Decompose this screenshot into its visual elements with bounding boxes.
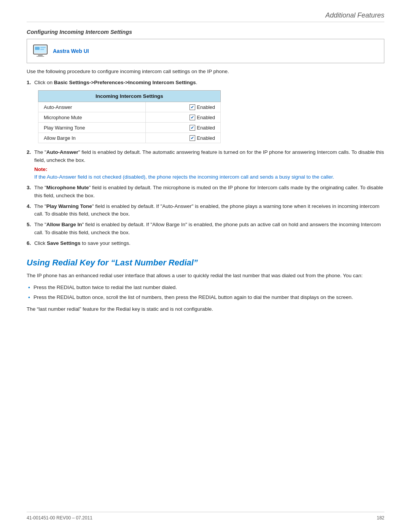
svg-rect-1 [38, 54, 43, 56]
checkbox-enabled: ✔Enabled [190, 135, 215, 141]
settings-table: Incoming Intercom Settings Auto-Answer✔E… [38, 90, 221, 143]
checkbox-icon: ✔ [190, 115, 195, 120]
step1-number: 1. [27, 79, 34, 86]
table-row: Auto-Answer✔Enabled [38, 102, 221, 112]
table-cell-label: Auto-Answer [38, 102, 146, 112]
step5-bold: Allow Barge In [46, 222, 82, 227]
checkbox-enabled: ✔Enabled [190, 115, 215, 120]
checkbox-icon: ✔ [190, 135, 195, 141]
table-header: Incoming Intercom Settings [38, 91, 221, 102]
enabled-label: Enabled [197, 135, 215, 141]
aastra-label: Aastra Web UI [53, 48, 89, 54]
step2-bold: Auto-Answer [46, 149, 78, 155]
settings-table-wrapper: Incoming Intercom Settings Auto-Answer✔E… [38, 90, 384, 143]
aastra-web-ui-box: Aastra Web UI [27, 39, 384, 63]
table-cell-label: Play Warning Tone [38, 123, 146, 133]
table-cell-enabled: ✔Enabled [146, 112, 221, 123]
checkbox-enabled: ✔Enabled [190, 104, 215, 110]
intro-text: Use the following procedure to configure… [27, 69, 384, 74]
step5-text: The "Allow Barge In" field is enabled by… [34, 221, 384, 236]
section1-title: Configuring Incoming Intercom Settings [27, 29, 384, 35]
step1: 1. Click on Basic Settings->Preferences-… [27, 79, 384, 86]
section2-intro: The IP phone has an enhanced redial user… [27, 272, 384, 280]
step3-text: The "Microphone Mute" field is enabled b… [34, 184, 384, 200]
step2-number: 2. [27, 149, 34, 181]
table-cell-enabled: ✔Enabled [146, 133, 221, 143]
step6-number: 6. [27, 240, 34, 247]
bullet-list: Press the REDIAL button twice to redial … [27, 284, 384, 302]
enabled-label: Enabled [197, 125, 215, 131]
step1-text: Click on Basic Settings->Preferences->In… [34, 79, 197, 86]
step3-bold: Microphone Mute [46, 185, 89, 190]
svg-rect-4 [35, 47, 40, 50]
table-row: Microphone Mute✔Enabled [38, 112, 221, 123]
step5-number: 5. [27, 221, 34, 236]
table-cell-enabled: ✔Enabled [146, 102, 221, 112]
step6-text: Click Save Settings to save your setting… [34, 240, 131, 247]
page-header: Additional Features [27, 11, 384, 22]
footer: 41-001451-00 REV00 – 07.2011 182 [27, 512, 384, 521]
step4-number: 4. [27, 203, 34, 218]
step2: 2. The "Auto-Answer" field is enabled by… [27, 149, 384, 181]
step4-bold: Play Warning Tone [46, 203, 92, 209]
note-label: Note: [34, 166, 48, 172]
note-block: Note: If the Auto-Answer field is not ch… [34, 166, 384, 181]
table-row: Allow Barge In✔Enabled [38, 133, 221, 143]
enabled-label: Enabled [197, 115, 215, 120]
header-title: Additional Features [325, 11, 384, 19]
svg-rect-2 [37, 56, 44, 57]
step4-text: The "Play Warning Tone" field is enabled… [34, 203, 384, 218]
table-cell-label: Allow Barge In [38, 133, 146, 143]
step1-suffix: . [196, 80, 198, 85]
list-item: Press the REDIAL button twice to redial … [27, 284, 384, 291]
list-item: Press the REDIAL button once, scroll the… [27, 294, 384, 301]
checkbox-icon: ✔ [190, 104, 195, 110]
step6: 6. Click Save Settings to save your sett… [27, 240, 384, 247]
footer-doc-id: 41-001451-00 REV00 – 07.2011 [27, 515, 92, 521]
step6-bold: Save Settings [47, 240, 81, 246]
step4: 4. The "Play Warning Tone" field is enab… [27, 203, 384, 218]
section2-closing: The “last number redial” feature for the… [27, 305, 384, 313]
step3-number: 3. [27, 184, 34, 200]
step3: 3. The "Microphone Mute" field is enable… [27, 184, 384, 200]
footer-page-number: 182 [377, 515, 384, 521]
checkbox-enabled: ✔Enabled [190, 125, 215, 131]
step2-text: The "Auto-Answer" field is enabled by de… [34, 149, 384, 181]
table-row: Play Warning Tone✔Enabled [38, 123, 221, 133]
table-cell-enabled: ✔Enabled [146, 123, 221, 133]
monitor-icon [32, 43, 48, 59]
checkbox-icon: ✔ [190, 125, 195, 131]
enabled-label: Enabled [197, 104, 215, 110]
svg-rect-5 [40, 47, 46, 48]
step5: 5. The "Allow Barge In" field is enabled… [27, 221, 384, 236]
section2-title: Using Redial Key for “Last Number Redial… [27, 258, 384, 268]
table-cell-label: Microphone Mute [38, 112, 146, 123]
svg-rect-6 [40, 49, 44, 50]
step1-bold: Basic Settings->Preferences->Incoming In… [54, 80, 196, 85]
note-text: If the Auto-Answer field is not checked … [34, 174, 334, 180]
